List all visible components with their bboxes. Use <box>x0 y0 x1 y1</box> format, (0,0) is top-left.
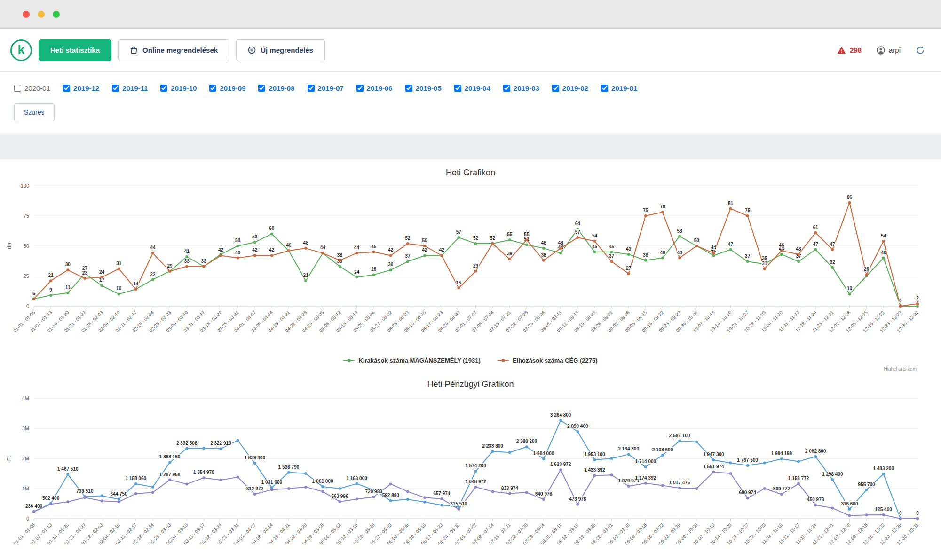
data-point[interactable] <box>746 214 749 217</box>
data-point[interactable] <box>899 517 902 520</box>
data-point[interactable] <box>151 278 154 281</box>
month-filter-item[interactable]: 2019-05 <box>405 84 442 92</box>
month-filter-checkbox[interactable] <box>14 85 21 92</box>
data-point[interactable] <box>66 473 69 476</box>
data-point[interactable] <box>372 251 375 253</box>
tab-online-megrendelesek[interactable]: Online megrendelések <box>118 39 229 61</box>
data-point[interactable] <box>882 240 885 243</box>
data-point[interactable] <box>848 508 851 511</box>
data-point[interactable] <box>814 248 817 251</box>
data-point[interactable] <box>49 294 52 297</box>
data-point[interactable] <box>202 265 205 268</box>
data-point[interactable] <box>712 252 715 254</box>
data-point[interactable] <box>848 292 851 295</box>
data-point[interactable] <box>661 211 664 213</box>
data-point[interactable] <box>253 254 256 257</box>
data-point[interactable] <box>66 292 69 294</box>
data-point[interactable] <box>356 252 358 254</box>
data-point[interactable] <box>593 251 596 253</box>
data-point[interactable] <box>593 474 596 477</box>
data-point[interactable] <box>678 487 681 489</box>
data-point[interactable] <box>627 253 630 256</box>
data-point[interactable] <box>118 500 120 503</box>
data-point[interactable] <box>423 501 426 504</box>
month-filter-item[interactable]: 2019-11 <box>112 84 148 92</box>
weekly-financial-chart[interactable]: Heti Pénzügyi Grafikon01M2M3M4MFt01-01 -… <box>4 374 937 560</box>
data-point[interactable] <box>763 462 766 465</box>
data-point[interactable] <box>440 504 443 506</box>
data-point[interactable] <box>831 266 834 269</box>
data-point[interactable] <box>780 493 783 496</box>
data-point[interactable] <box>814 455 817 458</box>
data-point[interactable] <box>542 457 545 460</box>
data-point[interactable] <box>237 439 239 442</box>
data-point[interactable] <box>423 254 426 257</box>
data-point[interactable] <box>304 472 307 475</box>
data-point[interactable] <box>304 247 307 250</box>
month-filter-item[interactable]: 2020-01 <box>14 84 50 92</box>
data-point[interactable] <box>338 487 341 490</box>
data-point[interactable] <box>508 451 511 454</box>
data-point[interactable] <box>270 254 273 257</box>
data-point[interactable] <box>525 491 528 494</box>
data-point[interactable] <box>916 305 919 308</box>
data-point[interactable] <box>661 257 664 260</box>
data-point[interactable] <box>389 499 392 502</box>
data-point[interactable] <box>865 489 868 491</box>
month-filter-item[interactable]: 2019-08 <box>258 84 294 92</box>
data-point[interactable] <box>559 247 562 250</box>
data-point[interactable] <box>831 478 834 481</box>
data-point[interactable] <box>882 257 885 260</box>
tab-heti-statisztika[interactable]: Heti statisztika <box>39 39 111 61</box>
data-point[interactable] <box>32 510 35 513</box>
data-point[interactable] <box>491 450 494 453</box>
data-point[interactable] <box>780 457 783 460</box>
refresh-icon[interactable] <box>916 46 925 55</box>
data-point[interactable] <box>576 236 579 239</box>
data-point[interactable] <box>287 487 290 490</box>
tab-uj-megrendeles[interactable]: Új megrendelés <box>236 39 325 61</box>
data-point[interactable] <box>321 490 324 493</box>
data-point[interactable] <box>32 298 35 300</box>
data-point[interactable] <box>440 254 443 257</box>
data-point[interactable] <box>559 252 562 254</box>
data-point[interactable] <box>304 279 307 282</box>
data-point[interactable] <box>219 447 222 450</box>
data-point[interactable] <box>406 242 409 245</box>
data-point[interactable] <box>118 268 120 270</box>
month-filter-item[interactable]: 2019-02 <box>552 84 588 92</box>
data-point[interactable] <box>474 486 477 489</box>
data-point[interactable] <box>237 257 239 260</box>
data-point[interactable] <box>729 472 732 475</box>
data-point[interactable] <box>134 482 137 485</box>
month-filter-checkbox[interactable] <box>405 85 412 92</box>
data-point[interactable] <box>219 479 222 481</box>
data-point[interactable] <box>542 259 545 262</box>
data-point[interactable] <box>66 268 69 271</box>
data-point[interactable] <box>508 492 511 495</box>
data-point[interactable] <box>185 447 188 450</box>
data-point[interactable] <box>491 242 494 245</box>
data-point[interactable] <box>356 276 358 279</box>
data-point[interactable] <box>644 259 647 262</box>
month-filter-checkbox[interactable] <box>503 85 510 92</box>
data-point[interactable] <box>491 490 494 493</box>
data-point[interactable] <box>66 500 69 503</box>
data-point[interactable] <box>678 235 681 238</box>
data-point[interactable] <box>797 260 800 263</box>
data-point[interactable] <box>661 484 664 487</box>
data-point[interactable] <box>848 201 851 204</box>
data-point[interactable] <box>372 496 375 498</box>
month-filter-item[interactable]: 2019-09 <box>209 84 245 92</box>
window-close-button[interactable] <box>23 11 30 18</box>
data-point[interactable] <box>627 485 630 488</box>
data-point[interactable] <box>118 498 120 501</box>
data-point[interactable] <box>712 458 715 461</box>
data-point[interactable] <box>831 507 834 510</box>
data-point[interactable] <box>678 257 681 260</box>
data-point[interactable] <box>101 284 103 287</box>
data-point[interactable] <box>321 252 324 254</box>
data-point[interactable] <box>678 440 681 442</box>
legend-item[interactable]: Kirakások száma MAGÁNSZEMÉLY (1931) <box>343 357 480 364</box>
data-point[interactable] <box>916 517 919 520</box>
